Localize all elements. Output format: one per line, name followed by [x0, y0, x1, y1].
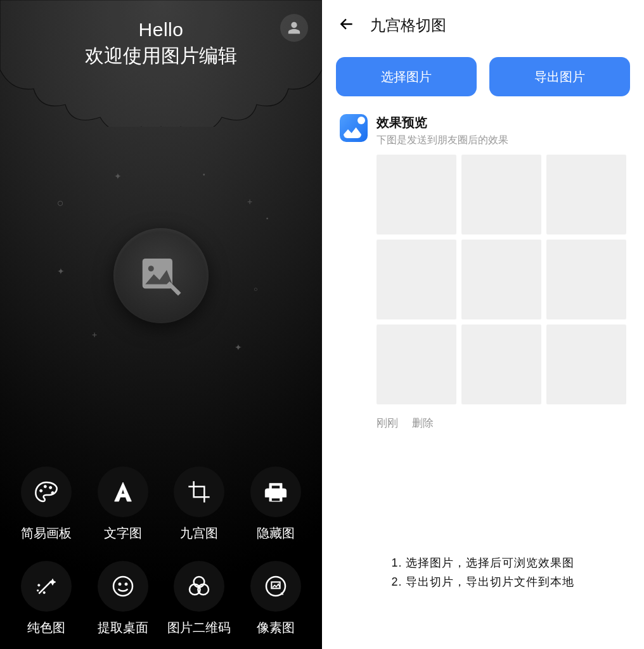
grid-cell[interactable] — [377, 155, 456, 235]
tool-label: 像素图 — [257, 619, 295, 636]
sparkle-icon: ✦ — [114, 171, 122, 181]
palette-icon — [34, 479, 59, 504]
svg-point-9 — [113, 577, 132, 596]
tool-label: 九宫图 — [180, 525, 218, 542]
greeting-line2: 欢迎使用图片编辑 — [0, 43, 322, 69]
sparkle-icon: • — [266, 215, 268, 222]
grid-cell[interactable] — [377, 324, 456, 404]
tool-label: 纯色图 — [27, 619, 65, 636]
time-label: 刚刚 — [377, 416, 398, 430]
image-edit-icon — [138, 253, 184, 299]
crop-icon — [186, 479, 212, 504]
sparkle-icon: ○ — [57, 196, 64, 210]
instruction-line: 1. 选择图片，选择后可浏览效果图 — [322, 553, 644, 573]
tool-label: 简易画板 — [21, 525, 72, 542]
refresh-image-icon — [263, 574, 288, 599]
nine-grid-screen: 九宫格切图 选择图片 导出图片 效果预览 下图是发送到朋友圈后的效果 刚刚 删除 — [322, 0, 644, 649]
svg-point-1 — [148, 266, 154, 271]
tool-extract-wallpaper[interactable]: 提取桌面 — [88, 561, 158, 636]
tool-pixel-image[interactable]: 像素图 — [241, 561, 311, 636]
tool-label: 隐藏图 — [257, 525, 295, 542]
sparkle-icon: ○ — [254, 285, 258, 293]
preview-title: 效果预览 — [377, 114, 508, 131]
smiley-icon — [110, 574, 136, 599]
svg-point-3 — [44, 485, 47, 488]
wand-icon — [34, 574, 59, 599]
tool-grid: 简易画板 文字图 九宫图 隐藏图 纯色图 提取桌面 图片二维码 像素 — [0, 466, 322, 636]
preview-section: 效果预览 下图是发送到朋友圈后的效果 刚刚 删除 — [322, 114, 644, 430]
tool-simple-board[interactable]: 简易画板 — [11, 466, 82, 542]
sparkle-icon: ✦ — [235, 342, 242, 352]
grid-cell[interactable] — [546, 155, 626, 235]
select-image-button[interactable]: 选择图片 — [336, 57, 477, 96]
action-buttons: 选择图片 导出图片 — [322, 47, 644, 114]
app-icon — [340, 114, 368, 142]
page-title: 九宫格切图 — [370, 15, 446, 35]
nine-grid-preview — [377, 155, 626, 404]
grid-cell[interactable] — [461, 240, 541, 319]
tool-text-image[interactable]: 文字图 — [88, 466, 158, 542]
grid-cell[interactable] — [461, 324, 541, 404]
instructions: 1. 选择图片，选择后可浏览效果图 2. 导出切片，导出切片文件到本地 — [322, 553, 644, 592]
svg-point-8 — [37, 589, 39, 591]
svg-point-6 — [38, 584, 40, 586]
tool-label: 图片二维码 — [167, 619, 231, 636]
instruction-line: 2. 导出切片，导出切片文件到本地 — [322, 572, 644, 592]
greeting-line1: Hello — [0, 19, 322, 41]
preview-subtitle: 下图是发送到朋友圈后的效果 — [377, 134, 508, 147]
grid-cell[interactable] — [546, 240, 626, 319]
text-icon — [110, 479, 136, 504]
sparkle-icon: + — [247, 196, 252, 207]
svg-point-5 — [51, 492, 54, 494]
svg-point-10 — [119, 583, 121, 586]
sparkle-icon: + — [92, 330, 97, 340]
back-button[interactable] — [338, 16, 355, 35]
svg-point-7 — [43, 591, 45, 593]
tool-label: 提取桌面 — [98, 619, 148, 636]
tool-label: 文字图 — [104, 525, 142, 542]
tool-image-qr[interactable]: 图片二维码 — [164, 561, 235, 636]
svg-point-4 — [49, 486, 52, 489]
arrow-left-icon — [338, 16, 355, 32]
svg-point-2 — [40, 489, 42, 492]
home-screen: Hello 欢迎使用图片编辑 ✦ • ○ + ✦ ○ + ✦ • 简易画板 文字… — [0, 0, 322, 649]
sparkle-icon: • — [203, 171, 205, 178]
sparkle-icon: ✦ — [57, 266, 65, 276]
pick-image-button[interactable] — [113, 228, 209, 323]
venn-icon — [186, 574, 212, 599]
printer-icon — [263, 479, 288, 504]
tool-solid-color[interactable]: 纯色图 — [11, 561, 82, 636]
delete-button[interactable]: 删除 — [412, 416, 434, 430]
post-actions: 刚刚 删除 — [377, 416, 626, 430]
grid-cell[interactable] — [461, 155, 541, 235]
svg-point-11 — [125, 583, 127, 586]
tool-nine-grid[interactable]: 九宫图 — [164, 466, 235, 542]
header: 九宫格切图 — [322, 0, 644, 47]
grid-cell[interactable] — [546, 324, 626, 404]
tool-hidden-image[interactable]: 隐藏图 — [241, 466, 311, 542]
export-image-button[interactable]: 导出图片 — [489, 57, 630, 96]
grid-cell[interactable] — [377, 240, 456, 319]
greeting: Hello 欢迎使用图片编辑 — [0, 19, 322, 69]
